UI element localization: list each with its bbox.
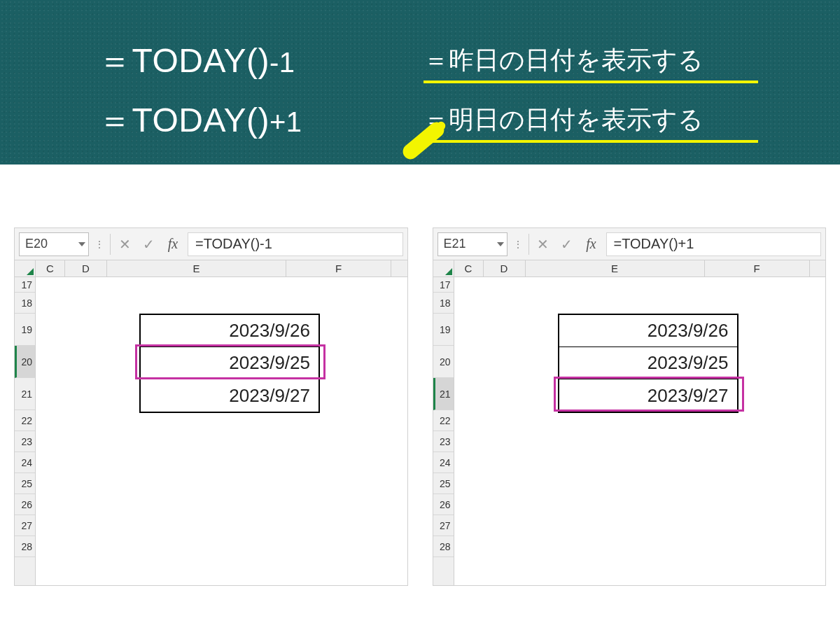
desc-text-1: ＝昨日の日付を表示する (424, 43, 758, 78)
row-headers-right: 17 18 19 20 21 22 23 24 25 26 27 28 (433, 277, 454, 585)
name-box-right[interactable]: E21 (438, 232, 507, 256)
name-box-value-left: E20 (25, 237, 48, 251)
header-formula-2: ＝TODAY()+1 (98, 98, 302, 143)
grid-left: C D E F 17 18 19 20 21 22 23 24 25 26 27 (15, 260, 407, 585)
formula-fn-1: TODAY() (132, 42, 270, 79)
formula-input-left[interactable]: =TODAY()-1 (188, 232, 403, 256)
cell-e20-right[interactable]: 2023/9/25 (559, 347, 737, 379)
header-formula-1: ＝TODAY()-1 (98, 38, 295, 83)
dots-icon: ⋮ (93, 239, 106, 250)
row-18[interactable]: 18 (15, 293, 35, 314)
cancel-icon[interactable]: ✕ (115, 236, 134, 253)
col-d[interactable]: D (484, 260, 526, 276)
row-20[interactable]: 20 (15, 346, 35, 378)
grid-right: C D E F 17 18 19 20 21 22 23 24 25 26 27 (433, 260, 826, 585)
col-e[interactable]: E (526, 260, 705, 276)
row-24[interactable]: 24 (15, 452, 35, 473)
row-18[interactable]: 18 (433, 293, 454, 314)
col-f[interactable]: F (286, 260, 391, 276)
data-table-left: 2023/9/26 2023/9/25 2023/9/27 (139, 314, 320, 413)
col-c[interactable]: C (454, 260, 484, 276)
cells-left[interactable]: 2023/9/26 2023/9/25 2023/9/27 (36, 277, 407, 585)
col-d[interactable]: D (65, 260, 107, 276)
cell-e21-left[interactable]: 2023/9/27 (141, 379, 318, 412)
header-desc-1: ＝昨日の日付を表示する (424, 43, 758, 83)
column-headers-left: C D E F (15, 260, 407, 277)
cancel-icon[interactable]: ✕ (533, 236, 553, 253)
select-all-corner[interactable] (433, 260, 454, 276)
fx-icon[interactable]: fx (162, 236, 183, 252)
row-19[interactable]: 19 (15, 314, 35, 346)
grid-body-left: 17 18 19 20 21 22 23 24 25 26 27 28 2 (15, 277, 407, 585)
excel-right: E21 ⋮ ✕ ✓ fx =TODAY()+1 C D E F 17 (433, 227, 827, 586)
row-22[interactable]: 22 (15, 410, 35, 431)
col-c[interactable]: C (36, 260, 65, 276)
cell-e19-right[interactable]: 2023/9/26 (559, 315, 737, 347)
row-21[interactable]: 21 (15, 378, 35, 410)
header-banner: ＝TODAY()-1 ＝昨日の日付を表示する ＝TODAY()+1 ＝明日の日付… (0, 0, 840, 164)
separator (528, 234, 529, 255)
excel-left: E20 ⋮ ✕ ✓ fx =TODAY()-1 C D E F 17 (14, 227, 408, 586)
row-23[interactable]: 23 (15, 431, 35, 452)
row-27[interactable]: 27 (15, 515, 35, 536)
data-table-right: 2023/9/26 2023/9/25 2023/9/27 (558, 314, 738, 413)
row-20[interactable]: 20 (433, 346, 454, 378)
formula-bar-left: E20 ⋮ ✕ ✓ fx =TODAY()-1 (15, 228, 407, 260)
row-26[interactable]: 26 (15, 494, 35, 515)
row-28[interactable]: 28 (15, 536, 35, 557)
eq-sign-2: ＝ (98, 102, 132, 139)
fx-icon[interactable]: fx (581, 236, 602, 252)
desc-text-2: ＝明日の日付を表示する (424, 103, 758, 137)
formula-text-left: =TODAY()-1 (195, 236, 272, 252)
excel-panes: E20 ⋮ ✕ ✓ fx =TODAY()-1 C D E F 17 (0, 164, 840, 586)
column-headers-right: C D E F (433, 260, 826, 277)
row-17[interactable]: 17 (433, 277, 454, 293)
row-19[interactable]: 19 (433, 314, 454, 346)
header-desc-2: ＝明日の日付を表示する (424, 103, 758, 143)
row-27[interactable]: 27 (433, 515, 454, 536)
enter-icon[interactable]: ✓ (557, 236, 577, 253)
col-e[interactable]: E (107, 260, 286, 276)
cell-e21-right[interactable]: 2023/9/27 (559, 379, 737, 412)
row-23[interactable]: 23 (433, 431, 454, 452)
row-25[interactable]: 25 (15, 473, 35, 494)
select-all-corner[interactable] (15, 260, 36, 276)
row-17[interactable]: 17 (15, 277, 35, 293)
separator (110, 234, 111, 255)
name-box-value-right: E21 (444, 237, 466, 251)
col-f[interactable]: F (705, 260, 810, 276)
formula-text-right: =TODAY()+1 (614, 236, 694, 252)
underline-2 (424, 140, 758, 143)
dots-icon: ⋮ (512, 239, 524, 250)
row-headers-left: 17 18 19 20 21 22 23 24 25 26 27 28 (15, 277, 36, 585)
row-21[interactable]: 21 (433, 378, 454, 410)
grid-body-right: 17 18 19 20 21 22 23 24 25 26 27 28 2023… (433, 277, 826, 585)
cell-e20-left[interactable]: 2023/9/25 (141, 347, 318, 379)
name-box-dropdown-icon[interactable] (497, 242, 504, 246)
row-28[interactable]: 28 (433, 536, 454, 557)
name-box-left[interactable]: E20 (19, 232, 89, 256)
eq-sign-1: ＝ (98, 42, 132, 79)
formula-fn-2: TODAY() (132, 102, 270, 139)
cells-right[interactable]: 2023/9/26 2023/9/25 2023/9/27 (454, 277, 826, 585)
formula-input-right[interactable]: =TODAY()+1 (606, 232, 822, 256)
underline-1 (424, 80, 758, 83)
formula-bar-right: E21 ⋮ ✕ ✓ fx =TODAY()+1 (433, 228, 826, 260)
name-box-dropdown-icon[interactable] (78, 242, 85, 246)
row-22[interactable]: 22 (433, 410, 454, 431)
row-24[interactable]: 24 (433, 452, 454, 473)
row-25[interactable]: 25 (433, 473, 454, 494)
row-26[interactable]: 26 (433, 494, 454, 515)
formula-suffix-1: -1 (270, 47, 295, 78)
enter-icon[interactable]: ✓ (139, 236, 158, 253)
formula-suffix-2: +1 (270, 106, 302, 137)
cell-e19-left[interactable]: 2023/9/26 (141, 315, 318, 347)
